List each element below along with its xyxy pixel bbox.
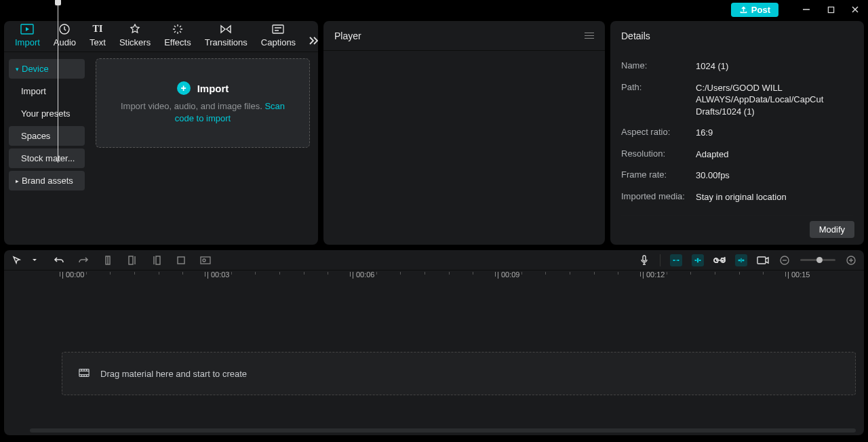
top-tabs: Import Audio TI Text Stickers Effects Tr…: [4, 21, 318, 52]
svg-rect-31: [757, 257, 766, 264]
modify-button[interactable]: Modify: [810, 221, 854, 238]
titlebar: Post: [0, 0, 868, 19]
svg-rect-6: [273, 25, 283, 33]
trim-right-tool[interactable]: [151, 254, 163, 266]
split-tool[interactable]: [102, 254, 114, 266]
captions-icon: [272, 23, 284, 35]
ruler-tick-major: | 00:15: [787, 270, 810, 279]
ruler-tick-major: | 00:03: [207, 270, 229, 279]
caret-right-icon: ▸: [16, 178, 19, 184]
svg-point-17: [203, 259, 205, 262]
d-path-value: C:/Users/GOOD WILL ALWAYS/AppData/Local/…: [696, 82, 853, 118]
svg-rect-19: [673, 259, 675, 260]
d-res-label: Resolution:: [621, 148, 696, 161]
mic-button[interactable]: [638, 254, 650, 266]
film-icon: [79, 368, 90, 380]
timeline-panel: | 00:00| 00:03| 00:06| 00:09| 00:12| 00:…: [4, 250, 864, 435]
svg-rect-1: [828, 7, 833, 12]
sidenav-import[interactable]: Import: [9, 81, 85, 101]
close-button[interactable]: [849, 3, 861, 16]
svg-rect-20: [677, 259, 679, 260]
link-toggle[interactable]: [713, 254, 726, 266]
player-menu-button[interactable]: [585, 33, 594, 39]
cursor-tool[interactable]: [11, 254, 23, 266]
d-name-label: Name:: [621, 60, 696, 73]
trim-left-tool[interactable]: [126, 254, 138, 266]
media-body: ▾Device Import Your presets Spaces Stock…: [4, 52, 318, 245]
import-dropzone[interactable]: + Import Import video, audio, and image …: [96, 58, 310, 148]
import-title: Import: [197, 83, 229, 94]
d-aspect-value: 16:9: [696, 127, 853, 139]
svg-rect-29: [742, 259, 744, 261]
tab-effects[interactable]: Effects: [157, 21, 198, 52]
audio-icon: [59, 23, 70, 35]
tabs-more-button[interactable]: [302, 32, 318, 52]
stickers-icon: [130, 23, 140, 35]
preview-toggle[interactable]: [757, 254, 769, 266]
svg-rect-24: [697, 258, 698, 262]
timeline-right-tools: [638, 254, 857, 266]
svg-rect-22: [695, 259, 697, 260]
details-header: Details: [610, 21, 864, 51]
tab-audio[interactable]: Audio: [47, 21, 83, 52]
import-zone: + Import Import video, audio, and image …: [90, 52, 318, 245]
details-panel: Details Name:1024 (1) Path:C:/Users/GOOD…: [610, 21, 864, 245]
ruler-tick-major: | 00:06: [352, 270, 374, 279]
d-aspect-label: Aspect ratio:: [621, 127, 696, 139]
sidenav-spaces[interactable]: Spaces: [9, 126, 85, 146]
import-sidenav: ▾Device Import Your presets Spaces Stock…: [4, 52, 90, 245]
tab-stickers[interactable]: Stickers: [113, 21, 157, 52]
tab-text[interactable]: TI Text: [83, 21, 113, 52]
ruler-tick-major: | 00:00: [62, 270, 84, 279]
svg-rect-30: [741, 258, 741, 262]
svg-rect-28: [738, 259, 741, 261]
svg-rect-21: [675, 260, 676, 260]
tab-captions[interactable]: Captions: [254, 21, 302, 52]
d-res-value: Adapted: [696, 148, 853, 161]
minimize-button[interactable]: [800, 3, 812, 16]
timeline-body: Drag material here and start to create: [4, 285, 864, 435]
cursor-dropdown[interactable]: [28, 254, 41, 266]
sidenav-device[interactable]: ▾Device: [9, 59, 85, 79]
sidenav-stock[interactable]: Stock mater...: [9, 148, 85, 168]
magnet-main-toggle[interactable]: [670, 254, 682, 266]
post-button[interactable]: Post: [731, 3, 778, 17]
transitions-icon: [220, 23, 232, 35]
import-hint: Import video, audio, and image files. Sc…: [117, 100, 289, 124]
upper-region: Import Audio TI Text Stickers Effects Tr…: [0, 19, 868, 245]
d-imported-label: Imported media:: [621, 191, 696, 203]
undo-button[interactable]: [53, 254, 65, 266]
player-panel: Player: [323, 21, 605, 245]
svg-rect-23: [699, 259, 701, 260]
magnet-auto-toggle[interactable]: [692, 254, 704, 266]
svg-rect-11: [129, 256, 133, 264]
timeline-scrollbar[interactable]: [30, 428, 856, 433]
upload-icon: [739, 5, 748, 14]
tab-import[interactable]: Import: [8, 21, 47, 52]
playhead[interactable]: [58, 0, 58, 163]
drop-hint: Drag material here and start to create: [100, 369, 247, 379]
tab-transitions[interactable]: Transitions: [198, 21, 254, 52]
timeline-ruler[interactable]: | 00:00| 00:03| 00:06| 00:09| 00:12| 00:…: [4, 270, 864, 285]
snap-toggle[interactable]: [735, 254, 747, 266]
zoom-in-button[interactable]: [845, 254, 857, 266]
player-header: Player: [323, 21, 605, 51]
d-name-value: 1024 (1): [696, 60, 853, 73]
freeze-tool[interactable]: [199, 254, 212, 266]
maximize-button[interactable]: [825, 3, 837, 16]
sidenav-brand[interactable]: ▸Brand assets: [9, 171, 85, 190]
redo-button[interactable]: [77, 254, 90, 266]
d-fps-label: Frame rate:: [621, 169, 696, 182]
d-imported-value: Stay in original location: [696, 191, 853, 203]
details-title: Details: [621, 31, 650, 41]
zoom-slider[interactable]: [800, 259, 835, 261]
post-label: Post: [751, 5, 770, 15]
timeline-drop-lane[interactable]: Drag material here and start to create: [62, 352, 856, 395]
svg-rect-18: [643, 256, 646, 261]
zoom-out-button[interactable]: [778, 254, 791, 266]
effects-icon: [172, 23, 183, 35]
sidenav-presets[interactable]: Your presets: [9, 104, 85, 123]
player-title: Player: [334, 31, 361, 41]
svg-rect-15: [178, 257, 184, 264]
crop-tool[interactable]: [175, 254, 187, 266]
